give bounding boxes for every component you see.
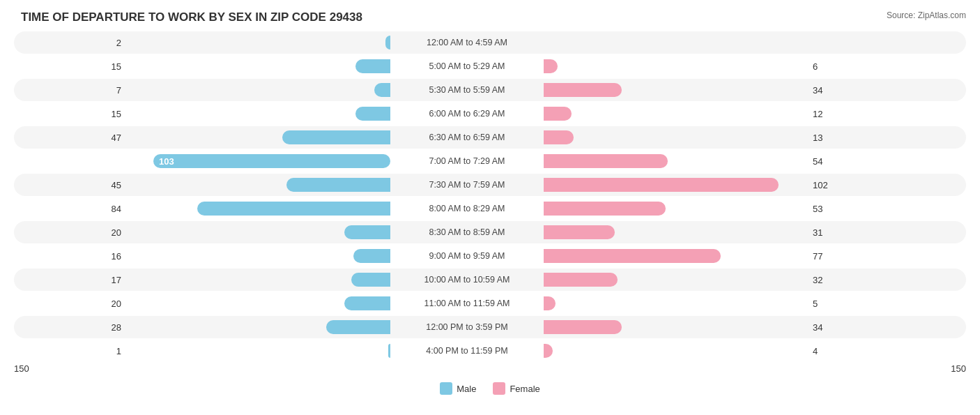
male-value: 1	[14, 346, 125, 356]
male-swatch	[440, 382, 452, 395]
male-bar-container	[125, 225, 390, 239]
time-label: 5:00 AM to 5:29 AM	[390, 61, 544, 71]
male-value: 20	[14, 299, 125, 309]
male-bar	[374, 83, 390, 97]
male-value: 17	[14, 275, 125, 285]
chart-row: 1710:00 AM to 10:59 AM32	[14, 269, 966, 291]
chart-row: 848:00 AM to 8:29 AM53	[14, 197, 966, 220]
female-value: 13	[809, 133, 850, 143]
time-label: 9:00 AM to 9:59 AM	[390, 251, 544, 261]
time-label: 7:30 AM to 7:59 AM	[390, 180, 544, 190]
female-bar	[544, 202, 666, 216]
male-bar-container	[125, 320, 390, 334]
female-bar-container	[544, 273, 809, 287]
time-label: 7:00 AM to 7:29 AM	[390, 156, 544, 166]
legend: Male Female	[14, 382, 966, 395]
time-label: 6:30 AM to 6:59 AM	[390, 133, 544, 142]
legend-female: Female	[493, 382, 539, 395]
male-bar-container	[125, 249, 390, 263]
time-label: 11:00 AM to 11:59 AM	[390, 299, 544, 308]
male-bar-container	[125, 107, 390, 121]
female-bar-container	[544, 296, 809, 310]
time-label: 4:00 PM to 11:59 PM	[390, 346, 544, 356]
female-value: 77	[809, 251, 850, 262]
male-bar	[282, 130, 390, 144]
chart-row: 14:00 PM to 11:59 PM4	[14, 340, 966, 362]
male-bar: 103	[153, 154, 390, 168]
chart-row: 457:30 AM to 7:59 AM102	[14, 174, 966, 196]
male-bar-container	[125, 83, 390, 97]
axis-labels: 150 150	[14, 363, 966, 377]
female-bar-container	[544, 83, 809, 97]
female-bar	[544, 344, 553, 358]
male-value: 45	[14, 180, 125, 190]
source-text: Source: ZipAtlas.com	[887, 10, 966, 20]
chart-container: TIME OF DEPARTURE TO WORK BY SEX IN ZIP …	[0, 0, 980, 415]
female-bar-container	[544, 320, 809, 334]
female-bar-container	[544, 154, 809, 168]
chart-row: 476:30 AM to 6:59 AM13	[14, 126, 966, 149]
male-bar-container	[125, 59, 390, 73]
female-bar	[544, 178, 779, 192]
female-value: 34	[809, 85, 850, 96]
female-label: Female	[510, 384, 539, 394]
axis-right: 150	[951, 363, 966, 374]
female-bar-container	[544, 59, 809, 73]
male-bar-container	[125, 178, 390, 192]
male-bar	[385, 36, 390, 50]
female-bar	[544, 107, 572, 121]
male-value: 28	[14, 322, 125, 333]
female-bar	[544, 273, 618, 287]
female-bar-container	[544, 178, 809, 192]
female-value: 54	[809, 156, 850, 167]
chart-row: 75:30 AM to 5:59 AM34	[14, 79, 966, 101]
male-bar	[355, 59, 390, 73]
female-value: 102	[809, 180, 850, 190]
male-bar	[355, 107, 390, 121]
time-label: 6:00 AM to 6:29 AM	[390, 109, 544, 119]
female-bar-container	[544, 130, 809, 144]
male-bar-container	[125, 130, 390, 144]
male-bar	[351, 273, 390, 287]
female-value: 12	[809, 109, 850, 119]
male-value: 47	[14, 133, 125, 143]
female-bar-container	[544, 36, 809, 50]
female-value: 34	[809, 322, 850, 333]
chart-row: 169:00 AM to 9:59 AM77	[14, 245, 966, 267]
male-bar	[326, 320, 390, 334]
chart-row: 208:30 AM to 8:59 AM31	[14, 221, 966, 243]
male-value: 15	[14, 61, 125, 72]
chart-row: 212:00 AM to 4:59 AM	[14, 31, 966, 54]
time-label: 5:30 AM to 5:59 AM	[390, 85, 544, 95]
female-bar-container	[544, 202, 809, 216]
male-label: Male	[457, 384, 476, 394]
male-value: 15	[14, 109, 125, 119]
female-swatch	[493, 382, 505, 395]
axis-left: 150	[14, 363, 29, 374]
male-bar-container	[125, 296, 390, 310]
female-bar	[544, 296, 556, 310]
male-bar	[197, 202, 390, 216]
female-value: 31	[809, 227, 850, 238]
female-value: 5	[809, 299, 850, 309]
female-bar-container	[544, 107, 809, 121]
time-label: 8:00 AM to 8:29 AM	[390, 204, 544, 213]
time-label: 8:30 AM to 8:59 AM	[390, 227, 544, 237]
female-bar-container	[544, 249, 809, 263]
bars-area: 212:00 AM to 4:59 AM155:00 AM to 5:29 AM…	[14, 31, 966, 362]
chart-row: 2812:00 PM to 3:59 PM34	[14, 316, 966, 338]
male-bar-container	[125, 202, 390, 216]
male-bar-container	[125, 36, 390, 50]
male-bar	[344, 225, 390, 239]
male-value: 20	[14, 227, 125, 238]
female-bar	[544, 249, 721, 263]
male-bar-container	[125, 273, 390, 287]
chart-row: 155:00 AM to 5:29 AM6	[14, 55, 966, 77]
female-value: 6	[809, 61, 850, 72]
time-label: 10:00 AM to 10:59 AM	[390, 275, 544, 285]
female-bar	[544, 225, 615, 239]
male-value: 2	[14, 38, 125, 48]
female-bar	[544, 59, 558, 73]
male-bar-container	[125, 344, 390, 358]
female-bar	[544, 320, 622, 334]
